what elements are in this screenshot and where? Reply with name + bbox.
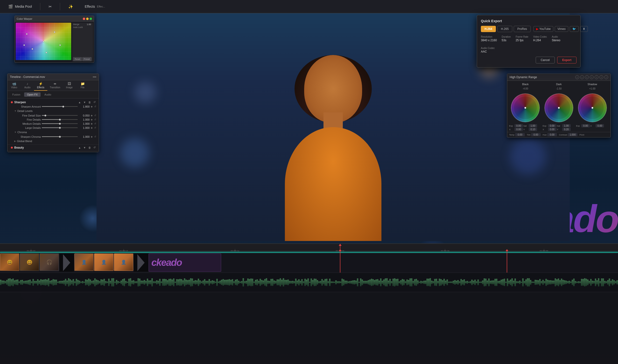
transition-1[interactable]: [59, 254, 74, 272]
large-details-reset[interactable]: ↺: [94, 126, 96, 129]
hdr-nav-4[interactable]: ○: [590, 75, 594, 79]
medium-details-reset[interactable]: ↺: [94, 122, 96, 125]
fine-details-reset[interactable]: ↺: [94, 118, 96, 121]
sharpen-amount-slider[interactable]: [42, 106, 78, 107]
twitter-button[interactable]: 🐦: [570, 26, 579, 32]
beauty-up-button[interactable]: ▲: [78, 146, 81, 149]
node-3[interactable]: [59, 44, 61, 46]
text-clip[interactable]: ckeado: [149, 254, 221, 272]
cut-button[interactable]: ✂: [45, 3, 55, 10]
sharpen-down-button[interactable]: ▼: [82, 101, 87, 104]
cw-reset-button[interactable]: Reset: [73, 57, 82, 61]
node-2[interactable]: [54, 31, 55, 33]
video-clip-2[interactable]: 😄: [20, 254, 39, 271]
node-1[interactable]: [26, 33, 27, 35]
sharpen-delete-button[interactable]: 🗑: [88, 101, 92, 104]
black-x-value[interactable]: 0.00: [514, 128, 523, 131]
video-clip-1[interactable]: 😄: [0, 254, 19, 271]
format-h265-button[interactable]: H.265: [497, 26, 512, 32]
fine-details-keyframe[interactable]: ◆: [91, 118, 93, 121]
temp-value[interactable]: 0.00: [515, 133, 525, 136]
sharpen-amount-reset[interactable]: ↺: [94, 105, 96, 108]
hdr-nav-2[interactable]: ○: [580, 75, 584, 79]
panel-menu-button[interactable]: •••: [93, 75, 96, 79]
large-details-slider[interactable]: [42, 127, 78, 128]
media-pool-button[interactable]: 🎬 Media Pool: [5, 3, 35, 10]
sharpen-chroma-keyframe[interactable]: ◆: [91, 135, 93, 138]
color-warper-wheel[interactable]: [16, 23, 71, 60]
beauty-enabled-dot[interactable]: [11, 147, 13, 149]
tab-file[interactable]: 📁 File: [76, 80, 89, 91]
hdr-nav-next[interactable]: ›: [604, 75, 608, 79]
youtube-button[interactable]: ▶ YouTube: [534, 26, 553, 32]
node-6[interactable]: [23, 44, 25, 46]
fine-details-slider[interactable]: [42, 119, 78, 120]
subtab-audio[interactable]: Audio: [41, 92, 54, 97]
dark-exp-value[interactable]: 0.00: [548, 124, 556, 127]
format-h264-button[interactable]: H.264: [481, 26, 496, 32]
shadow-color-wheel[interactable]: [578, 93, 607, 122]
node-5[interactable]: [46, 52, 47, 53]
hdr-nav-1[interactable]: ○: [575, 75, 579, 79]
sharpen-up-button[interactable]: ▲: [78, 101, 81, 104]
large-details-keyframe[interactable]: ◆: [91, 126, 93, 129]
video-clip-6[interactable]: 👤: [114, 254, 133, 271]
export-button[interactable]: Export: [557, 57, 577, 64]
dark-sat-value[interactable]: 1.00: [562, 124, 571, 127]
black-color-wheel[interactable]: [511, 93, 540, 122]
dark-x-value[interactable]: 0.00: [548, 128, 556, 131]
transition-2[interactable]: [134, 254, 148, 272]
panel-maximize-button[interactable]: [90, 18, 92, 20]
subtab-openfx[interactable]: Open FX: [24, 92, 40, 97]
panel-close-button[interactable]: [83, 18, 85, 20]
tab-audio[interactable]: ♪ Audio: [21, 80, 34, 91]
fine-detail-size-keyframe[interactable]: ◆: [91, 114, 93, 117]
medium-details-thumb[interactable]: [59, 123, 61, 125]
sharpen-chroma-thumb[interactable]: [59, 136, 61, 138]
shadow-x-value[interactable]: 0.00: [596, 124, 604, 127]
black-exp-value[interactable]: 0.00: [514, 124, 523, 127]
dark-y-value[interactable]: 0.20: [562, 128, 571, 131]
beauty-reset-button[interactable]: ↺: [93, 146, 96, 149]
node-4[interactable]: [32, 48, 33, 50]
vimeo-button[interactable]: Vimeo: [555, 26, 568, 32]
sharpen-amount-thumb[interactable]: [62, 106, 64, 108]
effects-button[interactable]: Effects Effec...: [81, 3, 109, 10]
sharpen-chroma-slider[interactable]: [42, 136, 78, 137]
hdr-nav-3[interactable]: ○: [585, 75, 589, 79]
hdr-nav-6[interactable]: ○: [599, 75, 603, 79]
tab-transition[interactable]: ⬌ Transition: [47, 80, 63, 91]
cancel-button[interactable]: Cancel: [536, 57, 555, 64]
dark-color-wheel[interactable]: [544, 93, 573, 122]
fine-detail-size-thumb[interactable]: [44, 115, 46, 117]
tab-effects[interactable]: ⚡ Effects: [34, 80, 47, 91]
subtab-fusion[interactable]: Fusion: [9, 92, 23, 97]
detail-levels-section[interactable]: ▼ Detail Levels: [11, 109, 96, 113]
sharpen-amount-keyframe[interactable]: ◆: [91, 105, 93, 108]
beauty-down-button[interactable]: ▼: [82, 146, 87, 149]
tab-video[interactable]: 📹 Video: [7, 80, 21, 91]
tint-value[interactable]: 0.00: [531, 133, 541, 136]
sharpen-enabled-dot[interactable]: [11, 101, 13, 103]
tab-image[interactable]: 🖼 Image: [63, 80, 76, 91]
video-clip-3[interactable]: 🎧: [40, 254, 59, 271]
sharpen-reset-button[interactable]: ↺: [93, 100, 96, 104]
global-blend-section[interactable]: ▶ Global Blend: [11, 139, 96, 143]
center-node[interactable]: [43, 41, 44, 42]
panel-minimize-button[interactable]: [86, 18, 89, 20]
black-sat-value[interactable]: 1.00: [529, 124, 537, 127]
format-prores-button[interactable]: ProRes: [514, 26, 531, 32]
video-clip-5[interactable]: 👤: [94, 254, 113, 271]
fine-details-thumb[interactable]: [59, 119, 61, 121]
contrast-value[interactable]: 1.000: [568, 133, 578, 136]
upload-button[interactable]: ⬆: [580, 26, 588, 32]
medium-details-slider[interactable]: [42, 123, 78, 124]
large-details-thumb[interactable]: [59, 127, 61, 129]
chroma-section[interactable]: ▼ Chroma: [11, 130, 96, 135]
medium-details-keyframe[interactable]: ◆: [91, 122, 93, 125]
sharpen-chroma-reset[interactable]: ↺: [94, 135, 96, 138]
shadow-exp-value[interactable]: 0.00: [581, 124, 590, 127]
hue-value[interactable]: 0.00: [547, 133, 557, 136]
hdr-nav-5[interactable]: ○: [595, 75, 598, 79]
beauty-delete-button[interactable]: 🗑: [88, 146, 92, 149]
